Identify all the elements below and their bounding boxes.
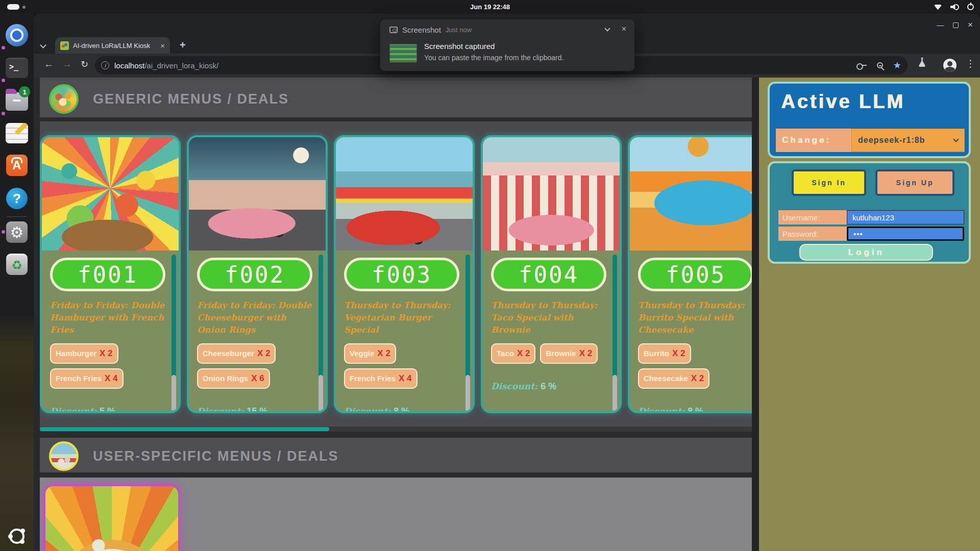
page-viewport: Active LLM Change: deepseek-r1:8b Sign I… <box>34 78 980 551</box>
auth-panel: Sign In Sign Up Username: kutluhan123 Pa… <box>768 161 971 264</box>
profile-avatar[interactable] <box>943 59 957 72</box>
generic-menus-logo <box>49 84 79 114</box>
bookmark-star-icon[interactable]: ★ <box>893 60 901 71</box>
labs-flask-icon[interactable] <box>918 58 926 67</box>
dock-item-chromium[interactable] <box>5 23 29 47</box>
tab-search-chevron-icon[interactable] <box>41 40 47 46</box>
login-button[interactable]: Login <box>799 244 933 261</box>
system-clock[interactable]: Jun 19 22:48 <box>0 0 980 14</box>
deal-code-badge: f003 <box>344 258 459 291</box>
software-store-icon: A <box>6 155 28 176</box>
forward-button[interactable]: → <box>62 59 72 70</box>
new-tab-button[interactable]: + <box>180 39 186 51</box>
help-icon: ? <box>6 188 28 209</box>
deal-item-tag: French FriesX 4 <box>344 368 418 389</box>
active-llm-title: Active LLM <box>781 91 969 113</box>
user-deal-card[interactable] <box>44 485 180 551</box>
files-icon: 1 <box>6 92 28 111</box>
deal-item-tag: BurritoX 2 <box>638 343 691 364</box>
text-editor-icon <box>6 123 28 143</box>
username-label: Username: <box>778 210 847 224</box>
notification-expand-icon[interactable] <box>604 26 610 31</box>
trash-icon: ♻ <box>6 254 28 275</box>
deal-discount: Discount: 8 % <box>638 406 752 411</box>
deal-card-f001[interactable]: f001 Friday to Friday: Double Hamburger … <box>40 135 181 413</box>
username-row: Username: kutluhan123 <box>778 210 964 224</box>
scrollbar-thumb[interactable] <box>40 427 329 431</box>
browser-window: — × AI-driven LoRa/LLM Kiosk × + ← → ↻ i… <box>34 14 980 551</box>
volume-icon[interactable] <box>950 4 959 10</box>
deal-card-f002[interactable]: f002 Friday to Friday: Double Cheeseburg… <box>187 135 328 413</box>
window-maximize-button[interactable] <box>953 22 959 28</box>
card-scrollbar[interactable] <box>172 255 176 412</box>
password-manager-icon[interactable] <box>856 63 867 68</box>
deal-item-tag: CheeseburgerX 2 <box>197 343 276 364</box>
terminal-icon: >_ <box>6 58 28 78</box>
tab-favicon <box>60 41 69 50</box>
deal-item-tag: French FriesX 4 <box>50 368 124 389</box>
llm-change-label: Change: <box>782 135 831 145</box>
password-input[interactable]: ••• <box>847 227 964 241</box>
power-icon[interactable] <box>967 4 974 10</box>
browser-tab[interactable]: AI-driven LoRa/LLM Kiosk × <box>55 37 170 54</box>
deal-description: Thursday to Thursday: Vegetarian Burger … <box>344 299 459 336</box>
tab-close-icon[interactable]: × <box>160 41 165 50</box>
wifi-icon[interactable] <box>934 4 942 10</box>
deal-card-f005[interactable]: f005 Thursday to Thursday: Burrito Speci… <box>628 135 752 413</box>
username-input[interactable]: kutluhan123 <box>847 210 964 224</box>
sign-up-button[interactable]: Sign Up <box>875 169 954 196</box>
site-info-icon[interactable]: i <box>101 61 109 69</box>
url-host: localhost <box>114 61 144 70</box>
screenshot-thumbnail <box>389 44 417 63</box>
back-button[interactable]: ← <box>44 59 54 70</box>
active-llm-panel: Active LLM Change: deepseek-r1:8b <box>768 82 971 158</box>
dock-item-trash[interactable]: ♻ <box>5 252 29 277</box>
url-path: /ai_driven_lora_kiosk/ <box>144 61 218 70</box>
deal-item-tag: BrownieX 2 <box>540 343 598 364</box>
browser-menu-icon[interactable]: ⋮ <box>966 58 975 69</box>
deal-image <box>336 137 473 251</box>
right-panel-background: Active LLM Change: deepseek-r1:8b Sign I… <box>759 78 980 551</box>
menu-content: GENERIC MENUS / DEALS f001 Friday to Fri… <box>40 78 752 551</box>
dock-item-settings[interactable]: ⚙ <box>5 220 29 244</box>
card-scrollbar[interactable] <box>612 255 617 412</box>
window-minimize-button[interactable]: — <box>937 21 944 29</box>
dock-item-files[interactable]: 1 <box>5 89 29 114</box>
deal-item-tag: TacoX 2 <box>491 343 535 364</box>
password-row: Password: ••• <box>778 227 964 241</box>
deal-discount: Discount: 5 % <box>50 406 165 411</box>
deal-discount: Discount: 8 % <box>344 406 459 411</box>
card-scrollbar[interactable] <box>465 255 470 412</box>
llm-change-row: Change: deepseek-r1:8b <box>776 129 965 152</box>
deal-item-tag: CheesecakeX 2 <box>638 368 709 389</box>
deal-card-f004[interactable]: f004 Thursday to Thursday: Taco Special … <box>481 135 622 413</box>
gear-icon: ⚙ <box>6 221 28 243</box>
divider <box>40 472 752 478</box>
screenshot-notification[interactable]: Screenshot Just now × Screenshot capture… <box>380 19 635 71</box>
ubuntu-logo-icon <box>9 529 24 544</box>
chevron-down-icon <box>953 136 959 142</box>
deal-card-f003[interactable]: f003 Thursday to Thursday: Vegetarian Bu… <box>334 135 475 413</box>
card-scrollbar[interactable] <box>318 255 323 412</box>
deal-code-badge: f005 <box>638 258 752 291</box>
dock-item-terminal[interactable]: >_ <box>5 56 29 80</box>
llm-model-select[interactable]: deepseek-r1:8b <box>851 129 965 152</box>
reload-button[interactable]: ↻ <box>81 59 88 70</box>
files-badge: 1 <box>19 86 30 97</box>
content-edge-strip <box>752 78 759 551</box>
window-close-button[interactable]: × <box>968 20 973 30</box>
zoom-icon[interactable] <box>877 62 883 68</box>
dock-item-show-apps[interactable] <box>5 524 29 548</box>
dock-item-text-editor[interactable] <box>5 121 29 145</box>
deal-code-badge: f004 <box>491 258 606 291</box>
dock-item-software-store[interactable]: A <box>5 153 29 178</box>
sign-in-button[interactable]: Sign In <box>792 169 866 196</box>
horizontal-scrollbar[interactable] <box>40 427 752 432</box>
deal-description: Thursday to Thursday: Taco Special with … <box>491 299 606 336</box>
system-top-bar: Jun 19 22:48 <box>0 0 980 14</box>
notification-time: Just now <box>446 26 472 34</box>
notification-close-icon[interactable]: × <box>622 24 626 34</box>
deal-code-badge: f002 <box>197 258 312 291</box>
dock-item-help[interactable]: ? <box>5 186 29 211</box>
deal-description: Friday to Friday: Double Hamburger with … <box>50 299 165 336</box>
